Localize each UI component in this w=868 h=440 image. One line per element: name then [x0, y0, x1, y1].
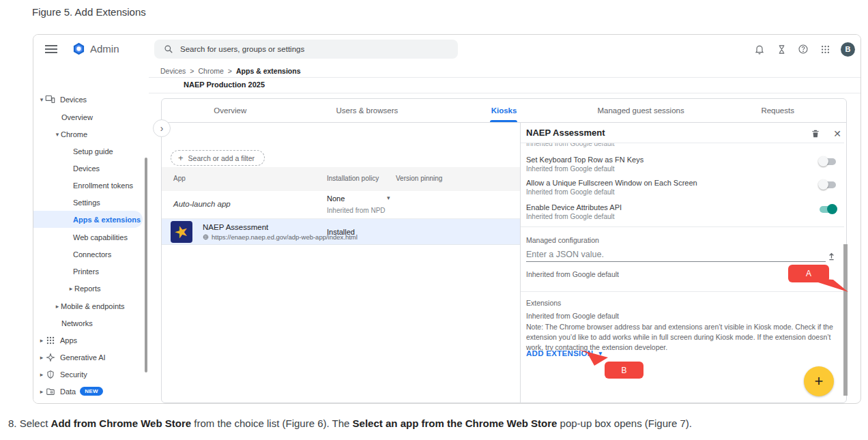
- org-unit-name: NAEP Production 2025: [184, 80, 265, 89]
- tab-users-browsers[interactable]: Users & browsers: [299, 99, 436, 122]
- extensions-sub: Inherited from Google default: [526, 312, 619, 320]
- sidebar-item-chrome[interactable]: ▾Chrome: [54, 126, 87, 143]
- tab-managed-guest-sessions[interactable]: Managed guest sessions: [573, 99, 710, 122]
- caret-right-icon[interactable]: ▸: [38, 337, 45, 344]
- breadcrumb: Devices > Chrome > Apps & extensions: [160, 67, 301, 75]
- input-underline: [526, 261, 826, 262]
- sidebar-item-settings[interactable]: Settings: [73, 194, 100, 211]
- sidebar-item-enrollment-tokens[interactable]: Enrollment tokens: [73, 177, 133, 194]
- caret-right-icon[interactable]: ▸: [38, 354, 45, 361]
- caret-down-icon[interactable]: ▾: [38, 96, 45, 103]
- sidebar-item-web-capabilities[interactable]: Web capabilities: [73, 229, 128, 246]
- sidebar-item-setup-guide[interactable]: Setup guide: [73, 143, 113, 160]
- table-row-auto-launch[interactable]: Auto-launch app None ▾ Inherited from NP…: [162, 191, 520, 219]
- sidebar-item-mobile-endpoints[interactable]: ▸Mobile & endpoints: [54, 297, 125, 314]
- callout-a: A: [788, 265, 829, 282]
- naep-app-icon: ★: [171, 221, 192, 243]
- panel-title: NAEP Assessment: [526, 128, 605, 138]
- sidebar-item-reporting[interactable]: ▸ Reporting: [38, 400, 93, 404]
- add-fab-button[interactable]: +: [804, 366, 834, 396]
- apps-grid-icon[interactable]: [819, 43, 831, 55]
- extensions-label: Extensions: [526, 299, 561, 307]
- topbar-icons: B: [753, 35, 855, 63]
- panel-scrollbar[interactable]: [843, 244, 848, 396]
- admin-console-screenshot: Admin Search for users, groups or settin…: [33, 34, 861, 404]
- sidebar-item-devices[interactable]: ▾ Devices: [38, 91, 87, 108]
- table-header: App Installation policy Version pinning: [162, 167, 520, 191]
- tab-overview[interactable]: Overview: [162, 99, 299, 122]
- divider: [521, 226, 844, 227]
- caret-right-icon[interactable]: ▸: [68, 285, 74, 292]
- breadcrumb-chrome[interactable]: Chrome: [199, 67, 224, 75]
- json-input[interactable]: Enter a JSON value.: [526, 250, 604, 259]
- upload-icon[interactable]: [826, 251, 837, 262]
- dropdown-caret-icon[interactable]: ▾: [387, 194, 390, 201]
- callout-b: B: [605, 362, 643, 379]
- collapse-panel-button[interactable]: ›: [153, 119, 171, 137]
- hourglass-icon[interactable]: [775, 43, 787, 55]
- toggle-unique-fullscreen[interactable]: [820, 181, 836, 188]
- avatar[interactable]: B: [841, 42, 855, 57]
- toggle-fn-keys[interactable]: [820, 158, 836, 165]
- caret-down-icon[interactable]: ▾: [54, 131, 61, 138]
- menu-icon[interactable]: [45, 45, 57, 53]
- toggle-device-attributes-api[interactable]: [820, 206, 836, 213]
- caret-right-icon[interactable]: ▸: [54, 303, 61, 310]
- breadcrumb-separator: >: [190, 67, 194, 75]
- delete-trash-icon[interactable]: [810, 128, 821, 139]
- sidebar-item-overview[interactable]: Overview: [61, 108, 93, 126]
- shield-icon: [45, 369, 55, 379]
- folder-icon: [45, 386, 55, 396]
- column-installation-policy: Installation policy: [327, 175, 379, 182]
- policy-dropdown[interactable]: None: [327, 194, 345, 203]
- close-icon[interactable]: ✕: [832, 128, 843, 139]
- topbar: Admin Search for users, groups or settin…: [33, 35, 860, 63]
- figure-caption: Figure 5. Add Extensions: [32, 6, 146, 18]
- divider: [521, 291, 844, 292]
- sidebar-item-networks[interactable]: Networks: [61, 314, 93, 332]
- sidebar-item-printers[interactable]: Printers: [73, 263, 99, 280]
- breadcrumb-separator: >: [228, 67, 232, 75]
- devices-icon: [45, 94, 55, 104]
- sidebar-item-devices-sub[interactable]: Devices: [73, 160, 100, 177]
- sidebar-item-generative-ai[interactable]: ▸ Generative AI: [38, 349, 106, 366]
- help-icon[interactable]: [797, 43, 809, 55]
- divider: [149, 93, 860, 93]
- table-row-naep-assessment[interactable]: ★ NAEP Assessment https://enaep.naep.ed.…: [162, 219, 520, 245]
- plus-icon: +: [178, 153, 184, 163]
- content: Devices > Chrome > Apps & extensions NAE…: [149, 63, 860, 403]
- new-badge: NEW: [80, 387, 103, 396]
- sidebar-item-connectors[interactable]: Connectors: [73, 246, 111, 263]
- callout-b-tail: [578, 349, 608, 366]
- tab-bar: Overview Users & browsers Kiosks Managed…: [162, 99, 846, 123]
- sparkle-icon: [45, 352, 55, 362]
- sidebar-item-apps-extensions[interactable]: Apps & extensions: [33, 211, 143, 228]
- search-input[interactable]: Search for users, groups or settings: [154, 40, 458, 59]
- notifications-bell-icon[interactable]: [753, 43, 766, 55]
- sidebar-item-apps[interactable]: ▸ Apps: [38, 332, 77, 349]
- filter-chip[interactable]: + Search or add a filter: [171, 150, 265, 166]
- app-detail-panel: NAEP Assessment ✕ Inherited from Google …: [520, 123, 848, 402]
- tab-kiosks[interactable]: Kiosks: [435, 99, 573, 122]
- sidebar-item-data[interactable]: ▸ Data NEW: [38, 383, 103, 400]
- search-icon: [164, 44, 173, 54]
- app-list-pane: + Search or add a filter App Installatio…: [162, 123, 520, 402]
- globe-icon: [203, 234, 209, 240]
- sidebar-item-reports[interactable]: ▸Reports: [68, 280, 101, 297]
- step-instruction: 8. Select Add from Chrome Web Store from…: [8, 417, 692, 429]
- sidebar-scrollbar[interactable]: [145, 158, 147, 372]
- breadcrumb-current: Apps & extensions: [236, 67, 301, 75]
- extensions-note: Note: The Chrome browser address bar and…: [526, 322, 841, 353]
- managed-config-label: Managed configuration: [526, 236, 599, 244]
- tab-requests[interactable]: Requests: [709, 99, 846, 122]
- apps-extensions-card: Overview Users & browsers Kiosks Managed…: [161, 98, 847, 403]
- admin-logo: Admin: [72, 42, 119, 56]
- divider: [149, 77, 860, 78]
- admin-logo-icon: [72, 42, 86, 56]
- caret-right-icon[interactable]: ▸: [38, 388, 45, 395]
- caret-right-icon[interactable]: ▸: [38, 371, 45, 378]
- sidebar-item-security[interactable]: ▸ Security: [38, 366, 87, 383]
- clipped-inherited-text: Inherited from Google default: [526, 143, 731, 149]
- breadcrumb-devices[interactable]: Devices: [160, 67, 186, 75]
- apps-icon: [45, 335, 55, 345]
